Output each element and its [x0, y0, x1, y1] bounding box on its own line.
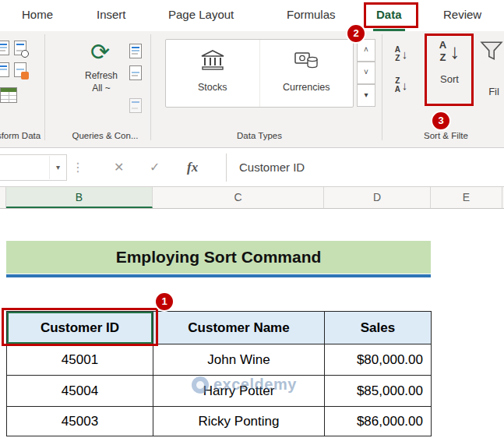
existing-connections-icon[interactable] — [14, 62, 26, 77]
currencies-label: Currencies — [283, 82, 330, 93]
currencies-coins-icon — [294, 49, 319, 71]
ribbon: sform Data ⟳ Refresh All ~ Queries & Con… — [0, 31, 504, 148]
gallery-scroll-down-button[interactable]: ˅ — [357, 62, 375, 84]
group-label-transform-data: sform Data — [0, 131, 44, 140]
from-table-range-icon[interactable] — [0, 87, 17, 103]
gallery-scroll-up-button[interactable]: ˄ — [357, 39, 375, 62]
column-header-row: B C D E — [0, 187, 504, 209]
name-box-dropdown-icon[interactable]: ▾ — [49, 156, 66, 179]
cell-customer-name[interactable]: Ricky Ponting — [153, 407, 325, 436]
queries-connections-icon[interactable] — [129, 44, 142, 58]
data-table: Customer ID Customer Name Sales 45001 Jo… — [6, 311, 432, 436]
letter-z: Z — [395, 76, 400, 85]
stocks-label: Stocks — [198, 82, 227, 93]
formula-bar-row: ▾ ⋮ ✕ ✓ fx Customer ID — [0, 148, 504, 187]
group-divider — [150, 34, 151, 140]
get-data-sheet-icon[interactable] — [0, 41, 9, 55]
filter-funnel-icon[interactable] — [480, 41, 503, 62]
tab-review[interactable]: Review — [440, 0, 485, 31]
tab-page-layout[interactable]: Page Layout — [165, 0, 237, 31]
sort-az-button[interactable]: AZ ↓ — [386, 41, 416, 67]
stocks-item[interactable]: Stocks — [166, 40, 259, 107]
sort-button[interactable]: AZ ↓ Sort — [425, 34, 474, 106]
cancel-icon[interactable]: ✕ — [114, 148, 124, 187]
column-header-b[interactable]: B — [6, 187, 153, 208]
column-header-c[interactable]: C — [153, 187, 324, 208]
group-divider — [44, 34, 45, 140]
insert-function-icon[interactable]: fx — [187, 148, 198, 187]
down-arrow-icon: ↓ — [402, 48, 408, 61]
letter-a: A — [439, 39, 446, 51]
sort-icon: AZ ↓ — [439, 39, 460, 64]
tab-insert[interactable]: Insert — [93, 0, 129, 31]
letter-z: Z — [395, 54, 400, 62]
cell-sales[interactable]: $80,000.00 — [325, 344, 432, 376]
sort-button-label: Sort — [440, 73, 459, 85]
worksheet-title[interactable]: Employing Sort Command — [6, 241, 431, 274]
refresh-all-label-2: All ~ — [75, 83, 128, 94]
tab-formulas[interactable]: Formulas — [284, 0, 339, 31]
stocks-bank-icon — [200, 49, 225, 71]
cell-customer-id[interactable]: 45001 — [7, 344, 153, 376]
letter-a: A — [395, 45, 400, 54]
cell-sales[interactable]: $85,000.00 — [325, 376, 432, 407]
gallery-more-button[interactable]: ▾ — [357, 84, 375, 107]
formula-bar-divider — [226, 154, 227, 182]
letter-a: A — [395, 85, 400, 94]
cell-customer-id[interactable]: 45004 — [7, 376, 153, 407]
cell-customer-name[interactable]: John Wine — [153, 344, 325, 376]
refresh-all-label-1: Refresh — [75, 70, 128, 81]
name-box[interactable]: ▾ — [0, 154, 67, 181]
recent-sources-icon[interactable] — [14, 41, 26, 55]
filter-button-label[interactable]: Fil — [477, 86, 504, 97]
sort-za-button[interactable]: ZA ↓ — [386, 72, 416, 98]
header-cell-customer-name[interactable]: Customer Name — [153, 312, 325, 344]
currencies-item[interactable]: Currencies — [259, 40, 354, 107]
tab-data[interactable]: Data — [373, 0, 405, 31]
annotation-badge-1: 1 — [154, 291, 174, 312]
edit-links-icon — [129, 98, 142, 113]
column-header-e[interactable]: E — [431, 187, 502, 208]
enter-icon[interactable]: ✓ — [150, 148, 160, 187]
from-text-icon[interactable] — [0, 62, 9, 77]
group-divider — [382, 34, 382, 140]
cell-customer-name[interactable]: Harry Potter — [153, 376, 325, 407]
cell-sales[interactable]: $86,000.00 — [325, 407, 432, 436]
column-header-a-sliver[interactable] — [0, 187, 6, 208]
cell-customer-id[interactable]: 45003 — [7, 407, 153, 436]
properties-icon[interactable] — [129, 65, 142, 80]
title-underline — [6, 274, 431, 277]
group-label-sort-filter: Sort & Filte — [388, 131, 504, 140]
down-arrow-icon: ↓ — [449, 40, 460, 63]
group-label-data-types: Data Types — [165, 131, 354, 140]
column-header-d[interactable]: D — [324, 187, 431, 208]
refresh-icon: ⟳ — [90, 41, 110, 64]
formula-bar-input[interactable]: Customer ID — [239, 148, 305, 187]
header-cell-sales[interactable]: Sales — [325, 312, 432, 344]
down-arrow-icon: ↓ — [402, 79, 408, 92]
tab-home[interactable]: Home — [19, 0, 56, 31]
letter-z: Z — [439, 51, 446, 64]
header-cell-customer-id[interactable]: Customer ID — [7, 312, 153, 344]
group-label-queries-connections: Queries & Con... — [62, 131, 148, 140]
excel-window: Home Insert Page Layout Formulas Data Re… — [0, 0, 504, 438]
data-types-gallery: Stocks Currencies — [165, 39, 354, 108]
drag-handle-icon: ⋮ — [72, 148, 84, 187]
